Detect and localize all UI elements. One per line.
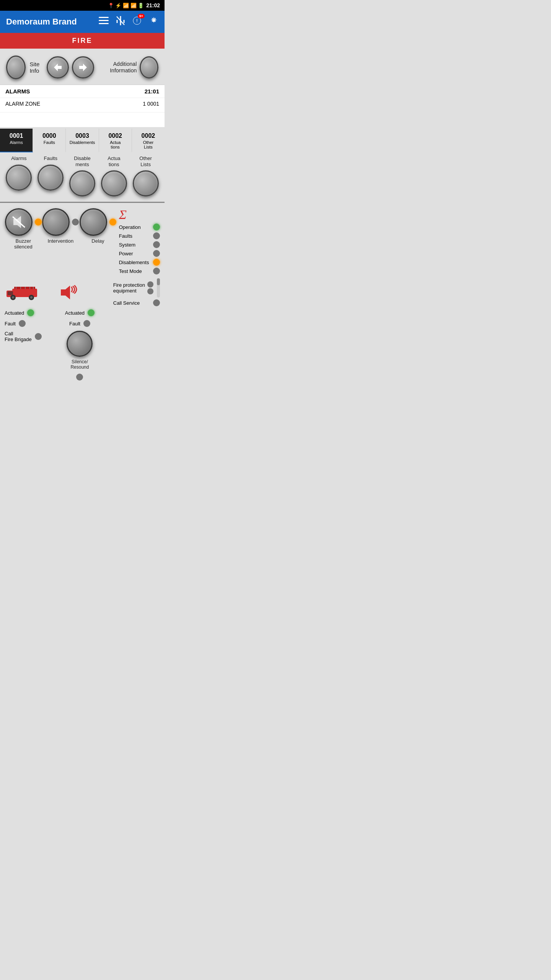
system-indicator [153, 241, 160, 248]
sigma-icon: Σ [119, 208, 160, 221]
additional-info-label: Additional Information [94, 61, 137, 74]
site-info-group: Site Info [6, 56, 47, 79]
settings-icon[interactable] [149, 16, 158, 28]
delay-label: Delay [91, 238, 104, 244]
svg-rect-21 [14, 287, 35, 289]
disablements-indicator [153, 259, 160, 266]
categories-row: Alarms Faults Disablements Actuations Ot… [0, 152, 165, 202]
app-title: Demoraum Brand [6, 17, 77, 27]
category-faults-label: Faults [44, 155, 57, 162]
left-brigade-label: CallFire Brigade [5, 331, 32, 342]
svg-marker-10 [54, 64, 62, 71]
faults-status-label: Faults [119, 233, 132, 239]
header-icons: ! 9+ [99, 16, 158, 28]
fire-text: FIRE [72, 37, 92, 44]
alarm-zone-value: 1 0001 [143, 101, 159, 109]
svg-point-18 [12, 296, 14, 299]
intervention-button[interactable] [42, 208, 70, 236]
left-actuated-dot [27, 309, 34, 316]
buzzer-button[interactable] [5, 208, 33, 236]
category-faults-button[interactable] [37, 165, 64, 191]
silence-label: Silence/Resound [70, 359, 89, 370]
system-label: System [119, 242, 135, 248]
svg-rect-0 [99, 17, 109, 18]
mic-icon[interactable] [116, 16, 125, 28]
fire-truck-icon [5, 283, 43, 302]
mid-actuated-label: Actuated [65, 310, 85, 316]
notification-icon[interactable]: ! 9+ [132, 16, 142, 28]
status-icons: 📍 ⚡ 📶 📶 🔋 [108, 3, 144, 8]
speaker-area [47, 284, 90, 301]
speaker-icon [59, 284, 78, 301]
left-fault-label: Fault [5, 321, 16, 327]
delay-indicator [109, 219, 116, 225]
svg-point-20 [30, 296, 33, 299]
site-info-button[interactable] [6, 56, 26, 79]
fire-protection-indicator-2 [147, 288, 153, 294]
call-service-indicator [153, 299, 160, 306]
svg-rect-2 [99, 23, 109, 24]
tab-alarms-label: Alarms [2, 140, 31, 145]
tab-alarms-value: 0001 [2, 132, 31, 139]
left-brigade-row: CallFire Brigade [5, 331, 55, 342]
category-other-button[interactable] [133, 170, 159, 196]
category-actuations[interactable]: Actuations [101, 155, 127, 196]
power-label: Power [119, 251, 133, 256]
category-alarms-label: Alarms [11, 155, 26, 162]
mid-actuated-dot [88, 309, 95, 316]
svg-marker-11 [79, 64, 87, 71]
app-header: Demoraum Brand ! 9+ [0, 11, 165, 33]
left-brigade-dot [35, 333, 42, 340]
nav-prev-button[interactable] [47, 56, 69, 78]
tab-other-lists[interactable]: 0002 OtherLists [132, 129, 165, 152]
tab-alarms[interactable]: 0001 Alarms [0, 129, 33, 152]
category-disablements-button[interactable] [69, 170, 95, 196]
operation-label: Operation [119, 224, 141, 230]
left-fault-dot [19, 320, 26, 327]
tab-disablements[interactable]: 0003 Disablements [66, 129, 99, 152]
intervention-label: Intervention [47, 238, 73, 244]
tab-faults-value: 0000 [34, 132, 64, 139]
buzzer-indicator [35, 219, 42, 225]
tab-faults[interactable]: 0000 Faults [33, 129, 66, 152]
category-disablements[interactable]: Disablements [69, 155, 95, 196]
nav-group [47, 56, 94, 78]
fire-protection-indicator-1 [147, 281, 153, 287]
additional-info-button[interactable] [140, 56, 158, 78]
silence-button[interactable] [67, 331, 93, 357]
bottom-section: Buzzersilenced Intervention Delay Σ Oper… [0, 203, 165, 388]
operation-indicator [153, 224, 160, 230]
mid-bottom-dot [76, 374, 83, 381]
status-time: 21:02 [146, 2, 160, 8]
category-other-label: OtherLists [139, 155, 152, 167]
faults-indicator [153, 232, 160, 239]
additional-info-group: Additional Information [94, 56, 158, 78]
category-actuations-button[interactable] [101, 170, 127, 196]
buzzer-label: Buzzersilenced [14, 238, 33, 250]
test-mode-indicator [153, 268, 160, 274]
category-alarms[interactable]: Alarms [6, 155, 32, 196]
delay-button[interactable] [80, 208, 107, 236]
nav-next-button[interactable] [72, 56, 94, 78]
tab-other-label: OtherLists [134, 140, 163, 149]
tab-actuations-value: 0002 [101, 132, 130, 139]
svg-rect-1 [99, 20, 109, 21]
alarm-row: ALARM ZONE 1 0001 [0, 98, 165, 113]
menu-icon[interactable] [99, 17, 109, 27]
tab-faults-label: Faults [34, 140, 64, 145]
category-alarms-button[interactable] [6, 165, 32, 191]
tab-actuations[interactable]: 0002 Actuations [99, 129, 132, 152]
fire-truck-area [5, 283, 47, 302]
notification-badge: 9+ [138, 14, 145, 18]
top-controls: Site Info Additional Information [0, 49, 165, 85]
svg-rect-16 [8, 291, 13, 295]
category-other[interactable]: OtherLists [133, 155, 159, 196]
left-actuated-label: Actuated [5, 310, 24, 316]
fire-banner: FIRE [0, 33, 165, 49]
mid-actuated-row: Actuated [65, 309, 95, 316]
call-service-label: Call Service [113, 300, 140, 306]
category-faults[interactable]: Faults [37, 155, 64, 196]
alarms-section: ALARMS 21:01 ALARM ZONE 1 0001 [0, 85, 165, 127]
status-bar: 📍 ⚡ 📶 📶 🔋 21:02 [0, 0, 165, 11]
power-indicator [153, 250, 160, 257]
